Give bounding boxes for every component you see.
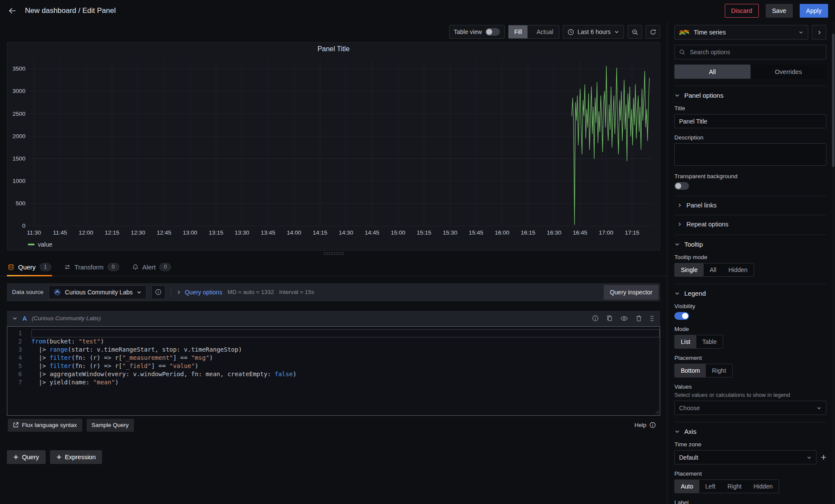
query-options-toggle[interactable]: Query options xyxy=(176,289,222,296)
sample-query-button[interactable]: Sample Query xyxy=(87,419,134,432)
transparent-background-toggle[interactable] xyxy=(674,182,689,190)
time-series-plot[interactable]: 050010001500200025003000350011:3011:4512… xyxy=(7,56,660,239)
add-query-button[interactable]: Query xyxy=(7,450,46,464)
chevron-down-icon xyxy=(674,93,680,98)
legend-placement-right[interactable]: Right xyxy=(706,364,732,377)
tooltip-mode-all[interactable]: All xyxy=(704,263,723,276)
help-label: Help xyxy=(634,422,646,428)
back-button[interactable] xyxy=(7,6,18,16)
hide-query-button[interactable] xyxy=(620,315,629,322)
datasource-picker[interactable]: Curious Community Labs xyxy=(49,285,146,299)
zoom-out-button[interactable] xyxy=(627,25,642,39)
code-line[interactable]: |> yield(name: "mean") xyxy=(31,378,660,387)
tooltip-mode-hidden[interactable]: Hidden xyxy=(722,263,753,276)
flux-syntax-button[interactable]: Flux language syntax xyxy=(8,419,82,432)
chevron-right-icon xyxy=(677,222,682,227)
query-row-header[interactable]: A (Curious Community Labs) xyxy=(7,311,660,326)
options-search[interactable] xyxy=(674,45,826,59)
tab-all[interactable]: All xyxy=(674,65,751,79)
options-search-input[interactable] xyxy=(689,48,822,56)
code-line[interactable]: |> filter(fn: (r) => r["_field"] == "val… xyxy=(31,362,660,370)
code-line[interactable]: |> aggregateWindow(every: v.windowPeriod… xyxy=(31,370,660,378)
tab-alert[interactable]: Alert 0 xyxy=(131,260,172,276)
legend-mode-table[interactable]: Table xyxy=(696,335,723,348)
panel-options-header[interactable]: Panel options xyxy=(674,92,826,99)
actual-option[interactable]: Actual xyxy=(531,25,559,38)
legend-placement-bottom[interactable]: Bottom xyxy=(675,364,706,377)
panel-links-collapse[interactable]: Panel links xyxy=(674,196,826,209)
axis-header[interactable]: Axis xyxy=(674,428,826,435)
chevron-down-icon xyxy=(614,29,619,34)
svg-text:13:45: 13:45 xyxy=(261,229,276,236)
code-line[interactable] xyxy=(31,329,660,337)
chevron-down-icon xyxy=(798,30,804,35)
tooltip-mode-single[interactable]: Single xyxy=(675,263,704,276)
axis-placement-auto[interactable]: Auto xyxy=(675,480,699,493)
delete-query-button[interactable] xyxy=(635,314,643,322)
code-line[interactable]: from(bucket: "test") xyxy=(31,337,660,346)
svg-text:15:45: 15:45 xyxy=(469,229,484,236)
tab-query[interactable]: Query 1 xyxy=(7,260,52,276)
add-timezone-button[interactable] xyxy=(821,455,826,460)
apply-button[interactable]: Apply xyxy=(800,4,828,18)
code-line[interactable]: |> filter(fn: (r) => r["_measurement"] =… xyxy=(31,354,660,362)
code-line[interactable]: |> range(start: v.timeRangeStart, stop: … xyxy=(31,346,660,354)
discard-button[interactable]: Discard xyxy=(725,4,759,18)
timezone-select[interactable]: Default xyxy=(674,450,816,464)
chart-area: 050010001500200025003000350011:3011:4512… xyxy=(7,56,660,239)
time-range-picker[interactable]: Last 6 hours xyxy=(563,25,624,39)
save-button[interactable]: Save xyxy=(766,4,793,18)
tab-transform[interactable]: Transform 0 xyxy=(63,260,120,276)
panel-title-input[interactable] xyxy=(674,114,826,128)
query-ref-id[interactable]: A xyxy=(22,315,27,322)
help-button[interactable]: Help xyxy=(634,422,659,428)
repeat-options-collapse[interactable]: Repeat options xyxy=(674,215,826,228)
query-inspector-button[interactable]: Query inspector xyxy=(604,285,658,300)
sidebar-scrollbar[interactable] xyxy=(832,22,835,504)
add-expression-button[interactable]: Expression xyxy=(50,450,102,464)
axis-placement-right[interactable]: Right xyxy=(721,480,748,493)
arrow-left-icon xyxy=(9,7,16,14)
info-circle-icon xyxy=(649,422,656,428)
breadcrumb[interactable]: New dashboard / Edit Panel xyxy=(25,6,116,15)
refresh-button[interactable] xyxy=(646,25,660,39)
editor-code[interactable]: from(bucket: "test") |> range(start: v.t… xyxy=(27,327,660,415)
drag-query-handle[interactable] xyxy=(649,314,655,323)
tab-overrides[interactable]: Overrides xyxy=(751,65,827,79)
tooltip-mode-label: Tooltip mode xyxy=(674,254,826,260)
flux-code-editor[interactable]: 1234567 from(bucket: "test") |> range(st… xyxy=(7,326,660,416)
repeat-options-label: Repeat options xyxy=(686,221,729,228)
tooltip-header[interactable]: Tooltip xyxy=(674,241,826,248)
legend-visibility-toggle[interactable] xyxy=(674,312,689,320)
panel-title[interactable]: Panel Title xyxy=(7,43,660,56)
description-textarea[interactable] xyxy=(674,143,826,166)
editor-tabs: Query 1 Transform 0 Alert 0 xyxy=(0,260,667,276)
options-sidebar: Time series xyxy=(667,22,835,504)
table-view-toggle[interactable] xyxy=(485,28,500,36)
duplicate-query-button[interactable] xyxy=(606,314,613,322)
query-help-button[interactable] xyxy=(591,314,599,322)
panel-resize-handle[interactable] xyxy=(324,252,344,255)
query-actions xyxy=(591,314,655,323)
panel-resize-row xyxy=(0,250,667,257)
plus-icon xyxy=(56,455,62,460)
panel-links-label: Panel links xyxy=(686,202,717,209)
datasource-info-button[interactable] xyxy=(152,285,165,299)
legend-values-select[interactable]: Choose xyxy=(674,401,826,415)
visualization-picker[interactable]: Time series xyxy=(674,25,808,40)
scrollbar-thumb[interactable] xyxy=(832,34,835,167)
tab-query-label: Query xyxy=(18,263,36,271)
svg-text:12:15: 12:15 xyxy=(105,229,119,236)
legend-series-label[interactable]: value xyxy=(38,241,52,248)
legend-header[interactable]: Legend xyxy=(674,290,826,297)
svg-text:14:00: 14:00 xyxy=(287,229,301,236)
collapse-query-icon[interactable] xyxy=(12,315,18,321)
legend-placement-group: Bottom Right xyxy=(674,364,733,377)
axis-placement-left[interactable]: Left xyxy=(699,480,721,493)
fill-option[interactable]: Fill xyxy=(509,25,528,38)
axis-placement-hidden[interactable]: Hidden xyxy=(748,480,779,493)
legend-mode-list[interactable]: List xyxy=(675,335,696,348)
chevron-down-icon xyxy=(674,241,680,247)
info-circle-icon xyxy=(592,315,599,322)
collapse-options-button[interactable] xyxy=(812,25,826,40)
